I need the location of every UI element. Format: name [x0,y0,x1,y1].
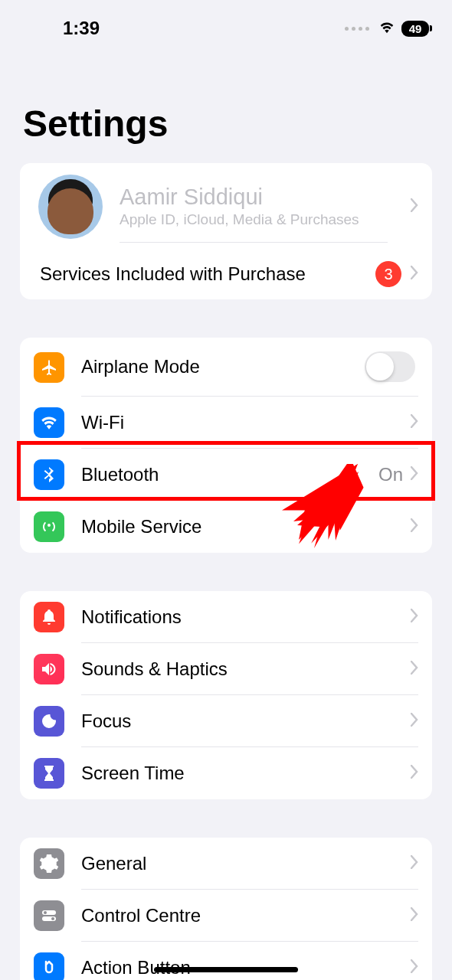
action-button-row[interactable]: Action Button [20,942,432,980]
battery-indicator: 49 [401,21,429,37]
chevron-right-icon [411,765,418,782]
chevron-right-icon [411,855,418,872]
connectivity-section: Airplane Mode Wi-Fi Bluetooth On Mobile … [20,338,432,553]
chevron-right-icon [411,959,418,976]
chevron-right-icon [411,518,418,535]
notifications-row[interactable]: Notifications [20,591,432,643]
screentime-row[interactable]: Screen Time [20,747,432,799]
screentime-label: Screen Time [81,763,411,784]
bluetooth-icon [34,459,64,490]
control-label: Control Centre [81,905,411,926]
profile-row[interactable]: Aamir Siddiqui Apple ID, iCloud, Media &… [20,163,432,250]
profile-name: Aamir Siddiqui [120,185,388,210]
airplane-label: Airplane Mode [81,356,365,377]
services-row[interactable]: Services Included with Purchase 3 [20,250,432,299]
gear-icon [34,848,64,879]
bluetooth-row[interactable]: Bluetooth On [20,449,432,501]
services-badge: 3 [375,261,401,287]
mobile-service-row[interactable]: Mobile Service [20,501,432,553]
focus-label: Focus [81,710,411,732]
chevron-right-icon [411,907,418,924]
airplane-mode-row[interactable]: Airplane Mode [20,338,432,397]
chevron-right-icon [411,414,418,431]
chevron-right-icon [411,609,418,626]
toggles-icon [34,900,64,931]
bell-icon [34,602,64,632]
profile-text: Aamir Siddiqui Apple ID, iCloud, Media &… [120,171,388,243]
hourglass-icon [34,758,64,789]
status-bar: 1:39 49 [0,0,452,43]
svg-point-1 [44,911,47,914]
chevron-right-icon [411,266,418,283]
home-indicator[interactable] [154,967,298,972]
sounds-row[interactable]: Sounds & Haptics [20,643,432,695]
control-centre-row[interactable]: Control Centre [20,890,432,942]
services-label: Services Included with Purchase [40,263,366,285]
general-label: General [81,853,411,874]
profile-subtitle: Apple ID, iCloud, Media & Purchases [120,211,388,228]
attention-section: Notifications Sounds & Haptics Focus Scr… [20,591,432,799]
speaker-icon [34,654,64,684]
chevron-right-icon [411,661,418,678]
status-indicators: 49 [345,20,429,37]
wifi-row[interactable]: Wi-Fi [20,397,432,449]
wifi-label: Wi-Fi [81,412,411,433]
focus-row[interactable]: Focus [20,695,432,747]
airplane-toggle[interactable] [365,351,415,382]
moon-icon [34,706,64,737]
chevron-right-icon [411,466,418,483]
mobile-label: Mobile Service [81,516,411,537]
bluetooth-value: On [378,464,403,485]
wifi-icon [34,407,64,438]
page-title: Settings [0,43,452,163]
wifi-status-icon [378,20,395,37]
chevron-right-icon [411,713,418,730]
notifications-label: Notifications [81,606,411,628]
svg-point-3 [51,917,54,920]
action-button-icon [34,952,64,980]
chevron-right-icon [411,198,418,215]
profile-section: Aamir Siddiqui Apple ID, iCloud, Media &… [20,163,432,299]
status-time: 1:39 [63,18,100,39]
cellular-dots-icon [345,27,369,31]
bluetooth-label: Bluetooth [81,464,378,485]
airplane-icon [34,352,64,383]
system-section: General Control Centre Action Button [20,838,432,980]
sounds-label: Sounds & Haptics [81,658,411,680]
antenna-icon [34,511,64,542]
general-row[interactable]: General [20,838,432,890]
avatar [38,175,103,239]
